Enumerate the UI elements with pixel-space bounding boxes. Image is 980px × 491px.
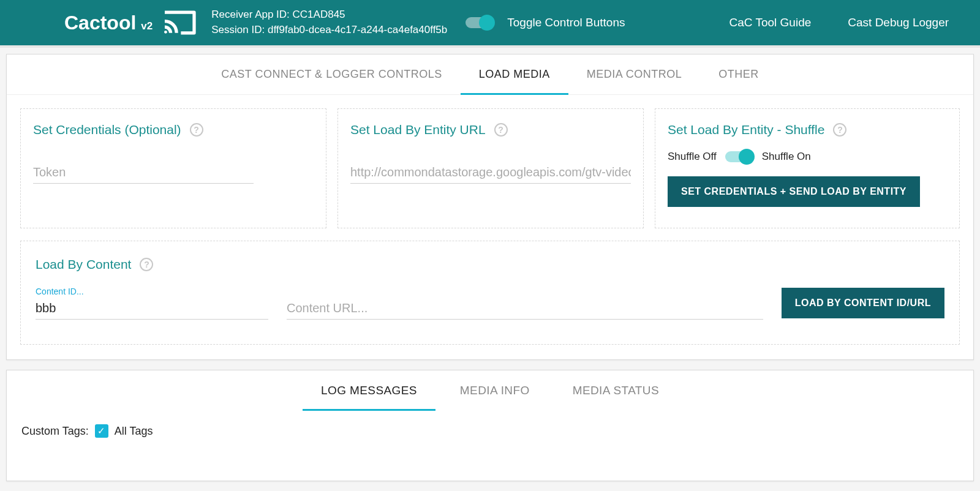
tab-load-media[interactable]: LOAD MEDIA — [479, 54, 550, 94]
panel-load-by-content: Load By Content ? Content ID... LOAD BY … — [20, 241, 960, 345]
tab-media-status[interactable]: MEDIA STATUS — [573, 370, 659, 411]
content-id-input[interactable] — [36, 298, 268, 320]
set-credentials-send-load-button[interactable]: SET CREDENTIALS + SEND LOAD BY ENTITY — [668, 176, 920, 207]
content-url-input[interactable] — [287, 298, 763, 320]
custom-tags-label: Custom Tags: — [21, 425, 89, 438]
tab-media-control[interactable]: MEDIA CONTROL — [587, 54, 682, 94]
token-input[interactable] — [33, 162, 254, 184]
receiver-id-value: CC1AD845 — [293, 9, 345, 20]
lower-tabs: LOG MESSAGES MEDIA INFO MEDIA STATUS — [7, 370, 973, 411]
main-card: CAST CONNECT & LOGGER CONTROLS LOAD MEDI… — [6, 54, 974, 360]
main-tabs: CAST CONNECT & LOGGER CONTROLS LOAD MEDI… — [7, 54, 973, 95]
link-cac-tool-guide[interactable]: CaC Tool Guide — [729, 16, 812, 29]
panel-title-shuffle: Set Load By Entity - Shuffle — [668, 122, 824, 137]
panel-title-credentials: Set Credentials (Optional) — [33, 122, 181, 137]
tab-cast-connect[interactable]: CAST CONNECT & LOGGER CONTROLS — [221, 54, 442, 94]
shuffle-off-label: Shuffle Off — [668, 151, 717, 163]
help-icon[interactable]: ? — [494, 123, 508, 137]
session-id-value: dff9fab0-dcea-4c17-a244-ca4efa40ff5b — [268, 24, 447, 36]
panel-title-entity: Set Load By Entity URL — [350, 122, 486, 137]
header-links: CaC Tool Guide Cast Debug Logger — [729, 16, 949, 29]
shuffle-switch[interactable] — [725, 151, 753, 162]
cast-icon[interactable] — [161, 8, 198, 37]
panels-row: Set Credentials (Optional) ? Set Load By… — [7, 95, 973, 234]
lower-card: LOG MESSAGES MEDIA INFO MEDIA STATUS Cus… — [6, 370, 974, 481]
svg-point-0 — [164, 31, 167, 34]
session-id-label: Session ID: — [211, 24, 265, 36]
content-id-label: Content ID... — [36, 287, 268, 296]
toggle-label: Toggle Control Buttons — [507, 16, 625, 29]
app-header: Cactool v2 Receiver App ID: CC1AD845 Ses… — [0, 0, 980, 48]
panel-title-content: Load By Content — [36, 257, 131, 272]
help-icon[interactable]: ? — [140, 258, 153, 271]
panel-load-by-entity-url: Set Load By Entity URL ? — [337, 108, 644, 228]
shuffle-on-label: Shuffle On — [762, 151, 811, 163]
tab-log-messages[interactable]: LOG MESSAGES — [321, 370, 417, 411]
help-icon[interactable]: ? — [833, 123, 846, 137]
all-tags-label: All Tags — [115, 425, 153, 438]
link-cast-debug-logger[interactable]: Cast Debug Logger — [848, 16, 949, 29]
panel-load-by-entity-shuffle: Set Load By Entity - Shuffle ? Shuffle O… — [655, 108, 960, 228]
session-info: Receiver App ID: CC1AD845 Session ID: df… — [211, 7, 447, 37]
entity-url-input[interactable] — [350, 162, 631, 184]
app-version: v2 — [141, 20, 153, 32]
load-by-content-button[interactable]: LOAD BY CONTENT ID/URL — [782, 288, 944, 318]
toggle-control-buttons[interactable]: Toggle Control Buttons — [466, 16, 625, 29]
custom-tags-row: Custom Tags: ✓ All Tags — [7, 411, 973, 481]
tab-media-info[interactable]: MEDIA INFO — [460, 370, 530, 411]
tab-other[interactable]: OTHER — [718, 54, 759, 94]
toggle-switch[interactable] — [466, 17, 494, 28]
help-icon[interactable]: ? — [190, 123, 203, 137]
receiver-id-label: Receiver App ID: — [211, 9, 290, 20]
panel-set-credentials: Set Credentials (Optional) ? — [20, 108, 326, 228]
all-tags-checkbox[interactable]: ✓ — [95, 424, 108, 438]
logo: Cactool v2 — [64, 12, 153, 34]
app-title: Cactool — [64, 12, 136, 34]
